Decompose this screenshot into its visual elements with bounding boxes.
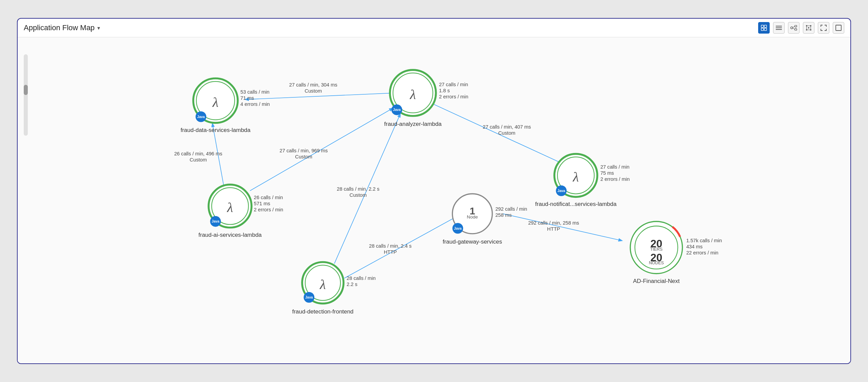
flow-diagram: 27 calls / min, 304 ms Custom 26 calls /… [18,37,850,363]
node-stat-2: 571 ms [254,201,270,206]
expand-button[interactable] [818,22,829,34]
cluster-nodes-label: NODES [649,261,664,265]
svg-point-14 [806,29,807,31]
edge-label-1: 27 calls / min, 304 ms [289,82,337,88]
node-icon: λ [319,277,326,292]
java-badge-label: Java [393,108,401,112]
svg-point-8 [795,25,797,27]
node-label-text: fraud-gateway-services [443,238,502,245]
node-stat-3: 22 errors / min [686,250,718,255]
scrollbar-thumb[interactable] [24,85,28,95]
node-fraud-data[interactable]: λ Java 53 calls / min 71 ms 4 errors / m… [180,78,270,133]
node-stat-1: 27 calls / min [439,82,468,87]
cluster-tiers-label: TIERS [650,247,663,252]
dependency-map-button[interactable] [803,22,814,34]
svg-point-12 [806,25,807,26]
svg-point-7 [791,27,793,29]
edge-gateway-to-adfinancial [503,214,622,241]
node-label-text: fraud-analyzer-lambda [384,121,442,127]
java-badge-label: Java [454,227,462,230]
edge-sublabel-1: Custom [305,88,322,94]
node-stat-1: 26 calls / min [254,195,283,200]
svg-point-16 [808,27,809,28]
node-stat-1: 28 calls / min [347,275,376,281]
java-badge-label: Java [212,219,219,223]
java-badge-label: Java [197,115,205,119]
node-stat-2: 258 ms [495,212,512,218]
node-stat-3: 2 errors / min [439,94,469,99]
chevron-down-icon[interactable]: ▾ [97,25,100,31]
node-stat-1: 53 calls / min [240,89,270,95]
toolbar [758,22,844,34]
node-stat-1: 1.57k calls / min [686,238,722,243]
svg-line-10 [793,26,795,27]
node-ad-financial[interactable]: 20 TIERS 20 NODES 1.57k calls / min 434 … [630,222,722,284]
node-stat-1: 27 calls / min [600,164,630,170]
java-badge-label: Java [305,295,313,299]
edge-label-4: 28 calls / min, 2.2 s [337,186,379,192]
svg-rect-3 [764,28,767,31]
svg-rect-1 [764,25,767,27]
node-fraud-notification[interactable]: λ Java 27 calls / min 75 ms 2 errors / m… [535,154,630,208]
svg-point-15 [810,29,811,31]
edge-label-7: 292 calls / min, 258 ms [528,220,579,226]
svg-point-9 [795,28,797,31]
header: Application Flow Map ▾ [18,19,850,37]
svg-point-13 [810,25,811,26]
node-icon: λ [410,87,416,102]
node-fraud-gateway[interactable]: 1 Node Java 292 calls / min 258 ms fraud… [443,194,527,245]
page-title: Application Flow Map [24,23,95,32]
app-window: Application Flow Map ▾ [17,18,851,364]
svg-rect-21 [836,25,841,31]
node-label-text: fraud-notificat...services-lambda [535,201,617,207]
node-stat-2: 2.2 s [347,282,357,287]
vertical-scrollbar[interactable] [24,54,28,136]
node-stat-3: 2 errors / min [600,176,630,182]
node-fraud-analyzer[interactable]: λ Java 27 calls / min 1.8 s 2 errors / m… [384,70,468,127]
node-stat-2: 75 ms [600,170,614,176]
node-label-text: fraud-ai-services-lambda [198,232,262,238]
edge-sublabel-3: Custom [295,154,312,159]
node-icon: λ [573,169,579,185]
node-stat-2: 71 ms [240,95,254,101]
node-stat-1: 292 calls / min [495,206,527,212]
node-icon: λ [227,200,233,215]
node-type: Node [467,214,478,219]
node-stat-2: 1.8 s [439,88,450,93]
node-fraud-ai[interactable]: λ Java 26 calls / min 571 ms 2 errors / … [198,185,283,238]
node-stat-3: 2 errors / min [254,207,283,212]
svg-line-11 [793,28,795,29]
edge-label-3: 27 calls / min, 969 ms [280,148,328,153]
node-label-text: AD-Financial-Next [633,278,680,284]
node-label-text: fraud-detection-frontend [292,308,354,315]
call-graph-button[interactable] [788,22,800,34]
edge-sublabel-5: HTTP [384,249,397,255]
header-left: Application Flow Map ▾ [24,23,100,32]
svg-rect-2 [761,28,764,31]
edge-sublabel-6: Custom [498,130,516,136]
node-fraud-detection[interactable]: λ Java 28 calls / min 2.2 s fraud-detect… [292,262,376,315]
node-label-text: fraud-data-services-lambda [180,127,251,133]
node-stat-3: 4 errors / min [240,101,270,107]
svg-rect-0 [761,25,764,27]
map-view-button[interactable] [758,22,770,34]
node-stat-2: 434 ms [686,244,703,249]
flow-map-canvas[interactable]: 27 calls / min, 304 ms Custom 26 calls /… [18,37,850,363]
edge-label-6: 27 calls / min, 407 ms [483,124,531,130]
node-icon: λ [212,95,219,110]
edge-sublabel-7: HTTP [547,226,560,232]
edge-label-5: 28 calls / min, 2.4 s [369,243,412,249]
edge-sublabel-2: Custom [190,157,207,163]
list-view-button[interactable] [773,22,785,34]
fullscreen-button[interactable] [833,22,844,34]
edge-sublabel-4: Custom [350,192,367,198]
edge-label-2: 26 calls / min, 496 ms [174,151,222,156]
java-badge-label: Java [557,189,565,193]
